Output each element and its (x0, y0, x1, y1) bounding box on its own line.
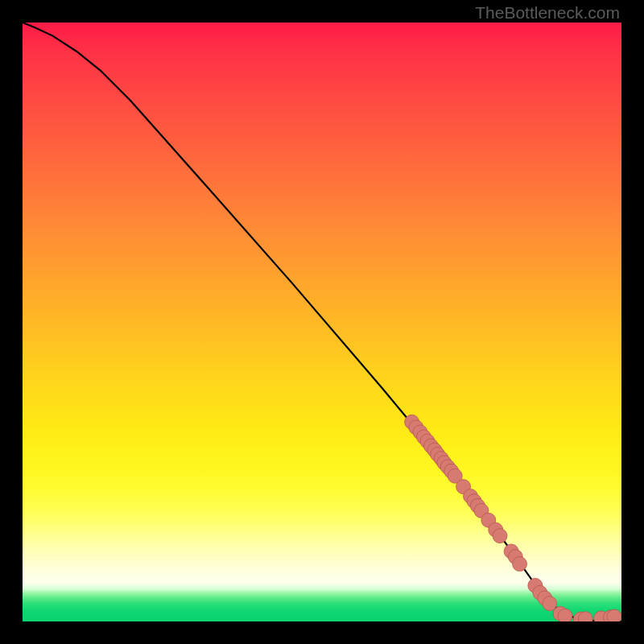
data-point (513, 557, 527, 572)
chart-frame: TheBottleneck.com (0, 0, 644, 644)
data-point (558, 609, 572, 621)
data-point (493, 529, 507, 543)
chart-svg (23, 23, 621, 621)
watermark-text: TheBottleneck.com (475, 3, 620, 23)
data-point (543, 597, 557, 611)
plot-area (23, 23, 621, 621)
data-point (607, 609, 621, 621)
data-points (405, 415, 621, 621)
bottleneck-curve (23, 23, 621, 621)
